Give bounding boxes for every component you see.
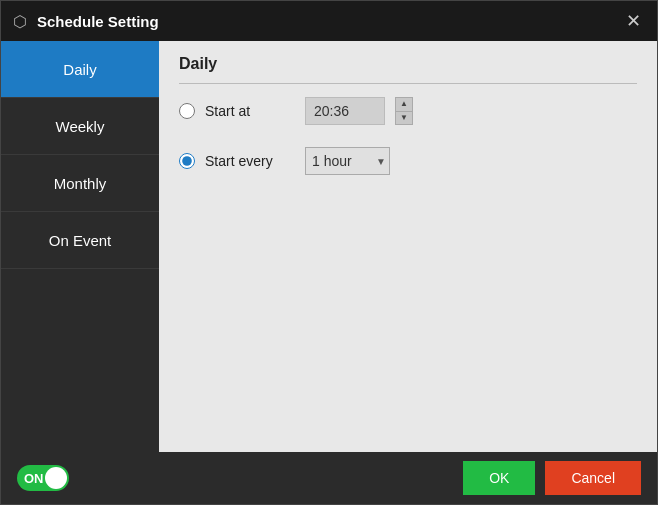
footer: ON OK Cancel (1, 452, 657, 504)
interval-dropdown-wrapper: 1 hour 2 hours 3 hours 6 hours 12 hours … (305, 147, 390, 175)
time-spinner: ▲ ▼ (395, 97, 413, 125)
sidebar-label-weekly: Weekly (56, 118, 105, 135)
titlebar: ⬡ Schedule Setting ✕ (1, 1, 657, 41)
panel-title: Daily (159, 41, 657, 83)
panel-body: Start at ▲ ▼ Start every 1 hour 2 hours (159, 84, 657, 188)
sidebar-label-on-event: On Event (49, 232, 112, 249)
sidebar-item-on-event[interactable]: On Event (1, 212, 159, 269)
content-area: Daily Weekly Monthly On Event Daily Star… (1, 41, 657, 452)
sidebar-item-daily[interactable]: Daily (1, 41, 159, 98)
toggle-container: ON (17, 465, 69, 491)
time-down-button[interactable]: ▼ (396, 111, 412, 125)
toggle-label: ON (24, 471, 44, 486)
main-panel: Daily Start at ▲ ▼ Start every (159, 41, 657, 452)
start-at-label: Start at (205, 103, 295, 119)
time-up-button[interactable]: ▲ (396, 98, 412, 111)
start-every-radio[interactable] (179, 153, 195, 169)
sidebar-label-daily: Daily (63, 61, 96, 78)
ok-button[interactable]: OK (463, 461, 535, 495)
time-input[interactable] (305, 97, 385, 125)
sidebar-label-monthly: Monthly (54, 175, 107, 192)
schedule-setting-dialog: ⬡ Schedule Setting ✕ Daily Weekly Monthl… (0, 0, 658, 505)
titlebar-left: ⬡ Schedule Setting (13, 12, 159, 31)
toggle-knob (45, 467, 67, 489)
start-at-row: Start at ▲ ▼ (179, 94, 637, 128)
close-button[interactable]: ✕ (622, 10, 645, 32)
back-icon: ⬡ (13, 12, 27, 31)
sidebar-item-weekly[interactable]: Weekly (1, 98, 159, 155)
dialog-title: Schedule Setting (37, 13, 159, 30)
start-every-label: Start every (205, 153, 295, 169)
interval-dropdown[interactable]: 1 hour 2 hours 3 hours 6 hours 12 hours (305, 147, 390, 175)
on-off-toggle[interactable]: ON (17, 465, 69, 491)
sidebar: Daily Weekly Monthly On Event (1, 41, 159, 452)
footer-buttons: OK Cancel (463, 461, 641, 495)
sidebar-item-monthly[interactable]: Monthly (1, 155, 159, 212)
cancel-button[interactable]: Cancel (545, 461, 641, 495)
start-every-row: Start every 1 hour 2 hours 3 hours 6 hou… (179, 144, 637, 178)
start-at-radio[interactable] (179, 103, 195, 119)
